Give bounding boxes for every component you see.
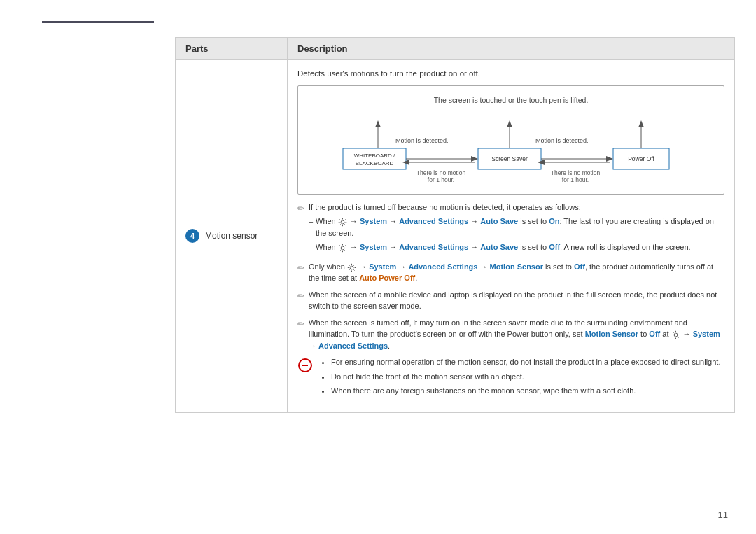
svg-point-30: [674, 333, 678, 337]
svg-text:BLACKBOARD: BLACKBOARD: [356, 160, 394, 167]
warning-bullet-2: Do not hide the front of the motion sens…: [331, 371, 720, 383]
warning-icon: [298, 358, 313, 373]
svg-point-27: [341, 220, 344, 224]
svg-text:There is no motion: There is no motion: [551, 169, 601, 176]
svg-marker-8: [471, 156, 478, 162]
note1-content: If the product is turned off because no …: [309, 202, 724, 256]
note2-icon: ✏: [298, 262, 304, 274]
note1-icon: ✏: [298, 202, 304, 215]
page-container: Parts Description 4 Motion sensor Detect…: [0, 0, 756, 534]
table-header: Parts Description: [176, 38, 734, 60]
gear-icon-2: [338, 244, 347, 253]
note1-text: If the product is turned off because no …: [309, 203, 581, 211]
top-line-light: [154, 22, 735, 22]
svg-text:for 1 hour.: for 1 hour.: [428, 176, 454, 182]
intro-text: Detects user's motions to turn the produ…: [298, 67, 724, 80]
svg-marker-20: [507, 120, 512, 127]
svg-text:Motion is detected.: Motion is detected.: [536, 137, 589, 144]
note4-content: When the screen is turned off, it may tu…: [309, 317, 724, 352]
gear-icon-3: [347, 263, 356, 272]
diagram-top-label: The screen is touched or the touch pen i…: [309, 94, 713, 106]
page-number: 11: [718, 510, 728, 520]
table-area: Parts Description 4 Motion sensor Detect…: [175, 37, 735, 413]
svg-marker-14: [606, 156, 613, 162]
parts-label: Motion sensor: [205, 231, 258, 241]
svg-text:There is no motion: There is no motion: [416, 169, 466, 176]
top-line-area: [0, 21, 756, 23]
svg-text:Screen Saver: Screen Saver: [491, 155, 528, 162]
svg-point-29: [350, 266, 354, 269]
diagram-box: The screen is touched or the touch pen i…: [298, 85, 724, 195]
svg-text:for 1 hour.: for 1 hour.: [562, 176, 589, 182]
note3: ✏ When the screen of a mobile device and…: [298, 289, 724, 312]
note1-sub1: When → System → Advanced Settings → Auto…: [309, 216, 724, 239]
warning-bullets: For ensuring normal operation of the mot…: [323, 356, 720, 400]
header-description: Description: [288, 38, 734, 59]
warning-section: For ensuring normal operation of the mot…: [298, 356, 724, 400]
svg-text:Power Off: Power Off: [628, 155, 654, 162]
note1: ✏ If the product is turned off because n…: [298, 202, 724, 256]
main-content: Parts Description 4 Motion sensor Detect…: [0, 37, 756, 413]
description-cell: Detects user's motions to turn the produ…: [288, 60, 734, 412]
note4-icon: ✏: [298, 318, 304, 330]
parts-cell: 4 Motion sensor: [176, 60, 288, 412]
motion-sensor-badge: 4: [186, 229, 200, 243]
top-line-dark: [42, 21, 154, 23]
note2-content: Only when → System → Advanced Settings →…: [309, 261, 724, 284]
left-area: [21, 37, 175, 413]
note1-sub2: When → System → Advanced Settings → Auto…: [309, 241, 724, 253]
note2: ✏ Only when → System → Advanced Settings…: [298, 261, 724, 284]
diagram-svg: Motion is detected. Motion is detected. …: [309, 112, 713, 182]
warning-bullet-3: When there are any foreign substances on…: [331, 385, 720, 397]
svg-text:WHITEBOARD /: WHITEBOARD /: [354, 153, 396, 159]
svg-marker-22: [638, 120, 644, 127]
svg-marker-1: [375, 120, 381, 127]
svg-point-28: [341, 246, 344, 250]
gear-icon-1: [338, 218, 347, 227]
note4: ✏ When the screen is turned off, it may …: [298, 317, 724, 352]
warning-bullet-1: For ensuring normal operation of the mot…: [331, 356, 720, 368]
note3-icon: ✏: [298, 290, 304, 302]
header-parts: Parts: [176, 38, 288, 59]
table-row: 4 Motion sensor Detects user's motions t…: [176, 60, 734, 412]
svg-text:Motion is detected.: Motion is detected.: [396, 137, 449, 144]
note3-text: When the screen of a mobile device and l…: [309, 289, 724, 312]
gear-icon-4: [671, 330, 680, 339]
